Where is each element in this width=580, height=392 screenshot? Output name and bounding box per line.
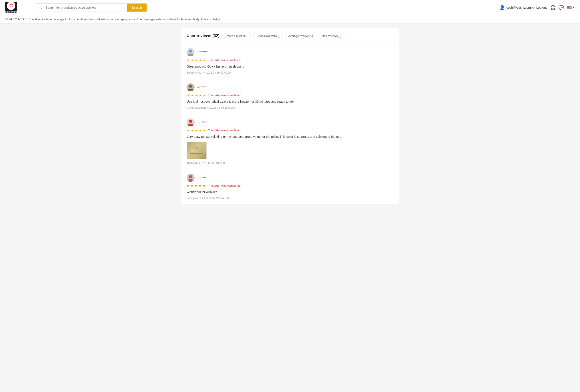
review-image-wrap xyxy=(187,142,393,159)
star-3: ★ xyxy=(195,128,198,132)
star-5: ★ xyxy=(203,93,206,97)
header: Cdiscount Search 👤 ceshi@ceshi.com or Lo… xyxy=(0,0,580,15)
svg-line-1 xyxy=(41,8,42,9)
user-area: 👤 ceshi@ceshi.com or Log out xyxy=(499,5,547,10)
review-image-content xyxy=(187,142,206,159)
review-text: Wonderful for wrinkles xyxy=(187,190,393,195)
review-meta-separator: >> xyxy=(206,106,210,109)
review-location: Philippines xyxy=(187,197,199,200)
user-email: ceshi@ceshi.com xyxy=(506,6,531,9)
logout-button[interactable]: Log out xyxy=(536,6,547,9)
table-row: rm****** ★ ★ ★ ★ ★ The order was complet… xyxy=(181,114,399,169)
avatar xyxy=(187,48,195,56)
svg-point-15 xyxy=(192,150,194,151)
review-text: Great product. Quick fast prompt shippin… xyxy=(187,64,393,69)
star-4: ★ xyxy=(199,93,202,97)
review-meta: Philippines >> 2023-08-09 03:40:00 xyxy=(187,197,393,200)
headset-icon[interactable]: 🎧 xyxy=(550,5,556,10)
svg-point-19 xyxy=(189,175,192,178)
search-bar: Search xyxy=(36,3,147,12)
header-icons: 🎧 💬 🇺🇸 ▼ xyxy=(550,5,575,10)
reviews-header: User reviews (32) With pictures(7) Good … xyxy=(181,28,399,44)
review-image[interactable] xyxy=(187,142,207,159)
filter-bad-reviews[interactable]: Bad reviews(0) xyxy=(319,33,345,39)
table-row: uh****** ★ ★ ★ ★ ★ The order was complet… xyxy=(181,169,399,204)
star-1: ★ xyxy=(187,184,190,188)
reviewer-name: uh****** xyxy=(197,176,207,180)
avatar xyxy=(187,83,195,91)
logo-text: Cdiscount xyxy=(5,10,17,13)
search-button[interactable]: Search xyxy=(127,3,146,11)
review-meta-separator: >> xyxy=(200,197,204,200)
avatar xyxy=(187,174,195,182)
header-right: 👤 ceshi@ceshi.com or Log out 🎧 💬 🇺🇸 ▼ xyxy=(499,5,575,10)
flag-icon: 🇺🇸 xyxy=(567,5,572,10)
review-meta-separator: >> xyxy=(202,71,206,74)
review-date: 2023-08-09 19:50:00 xyxy=(210,106,235,109)
table-row: la****** ★ ★ ★ ★ ★ The order was complet… xyxy=(181,79,399,114)
language-selector[interactable]: 🇺🇸 ▼ xyxy=(567,5,575,10)
logo-area: Cdiscount xyxy=(5,2,32,13)
review-meta: Thailand >> 2023-08-09 10:10:00 xyxy=(187,162,393,165)
star-4: ★ xyxy=(199,58,202,62)
reviewer-row: rm****** xyxy=(187,118,393,126)
avatar xyxy=(187,118,195,126)
star-5: ★ xyxy=(203,128,206,132)
svg-point-9 xyxy=(189,120,192,123)
review-date: 2023-08-09 10:10:00 xyxy=(201,162,226,165)
reviewer-row: go****** xyxy=(187,48,393,56)
stars-row: ★ ★ ★ ★ ★ The order was completed xyxy=(187,58,393,62)
star-1: ★ xyxy=(187,58,190,62)
search-input[interactable] xyxy=(45,4,127,11)
star-3: ★ xyxy=(195,93,198,97)
chevron-down-icon: ▼ xyxy=(573,6,575,9)
filter-good-reviews[interactable]: Good reviews(32) xyxy=(253,33,283,39)
search-icon xyxy=(36,4,45,11)
star-3: ★ xyxy=(195,184,198,188)
review-text: Very easy to use, relaxing on my face an… xyxy=(187,134,393,139)
chat-icon[interactable]: 💬 xyxy=(559,5,564,10)
star-2: ★ xyxy=(191,58,194,62)
review-location: United Kingdom xyxy=(187,106,205,109)
reviewer-name: la****** xyxy=(197,86,207,89)
main-content: User reviews (32) With pictures(7) Good … xyxy=(0,23,580,209)
review-date: 2023-08-09 03:40:00 xyxy=(204,197,229,200)
star-5: ★ xyxy=(203,184,206,188)
logo-box: Cdiscount xyxy=(5,2,17,13)
star-1: ★ xyxy=(187,128,190,132)
review-text: Use it almost everyday! Leave it in the … xyxy=(187,99,393,104)
filter-average-reviews[interactable]: Average reviews(0) xyxy=(285,33,316,39)
star-5: ★ xyxy=(203,58,206,62)
stars-row: ★ ★ ★ ★ ★ The order was completed xyxy=(187,93,393,97)
order-status: The order was completed xyxy=(208,94,241,97)
product-description-bg: BEAUTY TOOLS: The skincare face massage … xyxy=(0,15,580,23)
user-icon: 👤 xyxy=(499,5,505,10)
review-date: 2023-08-10 09:00:00 xyxy=(206,71,231,74)
reviewer-row: la****** xyxy=(187,83,393,91)
reviewer-row: uh****** xyxy=(187,174,393,182)
star-2: ★ xyxy=(191,93,194,97)
stars-row: ★ ★ ★ ★ ★ The order was completed xyxy=(187,184,393,188)
filter-with-pictures[interactable]: With pictures(7) xyxy=(224,33,251,39)
stars-row: ★ ★ ★ ★ ★ The order was completed xyxy=(187,128,393,132)
reviews-container: User reviews (32) With pictures(7) Good … xyxy=(181,28,399,205)
table-row: go****** ★ ★ ★ ★ ★ The order was complet… xyxy=(181,44,399,79)
star-3: ★ xyxy=(195,58,198,62)
filter-tabs: With pictures(7) Good reviews(32) Averag… xyxy=(224,33,344,39)
review-location: South Korea xyxy=(187,71,201,74)
star-2: ★ xyxy=(191,128,194,132)
star-1: ★ xyxy=(187,93,190,97)
or-label: or xyxy=(532,6,535,9)
review-location: Thailand xyxy=(187,162,197,165)
order-status: The order was completed xyxy=(208,58,241,62)
review-meta: United Kingdom >> 2023-08-09 19:50:00 xyxy=(187,106,393,109)
review-meta: South Korea >> 2023-08-10 09:00:00 xyxy=(187,71,393,74)
logo-icon xyxy=(7,1,15,10)
star-4: ★ xyxy=(199,128,202,132)
review-meta-separator: >> xyxy=(197,162,201,165)
order-status: The order was completed xyxy=(208,184,241,187)
reviewer-name: go****** xyxy=(197,50,207,54)
reviews-title: User reviews (32) xyxy=(187,34,220,38)
star-2: ★ xyxy=(191,184,194,188)
order-status: The order was completed xyxy=(208,129,241,132)
